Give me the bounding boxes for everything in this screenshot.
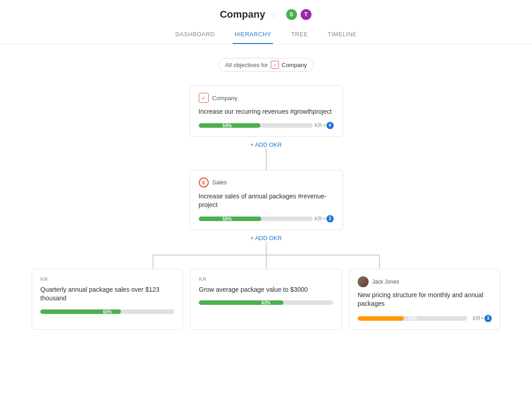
sales-kr-dropdown: ▾ (323, 216, 326, 221)
avatar-s[interactable]: S (285, 8, 298, 21)
tree-connector-branches (94, 241, 438, 269)
sales-kr-badge[interactable]: KR ▾ 3 (315, 215, 334, 222)
kr-card-1[interactable]: KR Quarterly annual package sales over $… (32, 269, 183, 330)
kr-cards-row: KR Quarterly annual package sales over $… (0, 269, 532, 330)
kr-card-2-progress-fill (199, 300, 283, 305)
avatar-t[interactable]: T (300, 8, 312, 21)
kr-card-3-progress-wrap: 42% (358, 316, 468, 321)
kr-card-3-kr-count: 3 (484, 315, 492, 322)
filter-company-label: Company (282, 62, 307, 68)
kr-card-2-title: Grow average package value to $3000 (199, 285, 333, 294)
kr-card-1-title: Quarterly annual package sales over $123… (40, 285, 174, 303)
okr-tree: ✓ Company Increase our recurring revenue… (0, 85, 532, 330)
company-add-okr-btn[interactable]: + ADD OKR (250, 141, 282, 148)
kr-card-3-progress-fill (358, 316, 404, 321)
nav-tabs: DASHBOARD HIERARCHY TREE TIMELINE (173, 27, 359, 44)
jack-jones-name: Jack Jones (372, 279, 399, 285)
kr-card-3[interactable]: Jack Jones New pricing structure for mon… (349, 269, 500, 330)
company-icon: ✓ (199, 93, 209, 103)
kr-card-3-dropdown: ▾ (481, 316, 484, 321)
sales-okr-card[interactable]: S Sales Increase sales of annual package… (189, 170, 343, 230)
jack-jones-avatar-img (358, 276, 369, 287)
filter-company-icon: ✓ (271, 61, 279, 69)
jack-jones-avatar (358, 276, 369, 287)
kr-card-3-header: Jack Jones (358, 276, 492, 287)
connector-v-1 (266, 148, 267, 170)
header-top: Company ☆ S T (220, 8, 312, 21)
sales-okr-title: Increase sales of annual packages #reven… (199, 192, 334, 210)
header: Company ☆ S T DASHBOARD HIERARCHY TREE T… (0, 0, 532, 44)
sales-card-wrap: S Sales Increase sales of annual package… (189, 170, 343, 241)
star-icon[interactable]: ☆ (270, 10, 276, 19)
sales-icon: S (199, 178, 209, 188)
kr-card-3-bottom: 42% KR ▾ 3 (358, 315, 492, 322)
main-content: All objectives for ✓ Company ✓ Company I… (0, 44, 532, 348)
company-owner-label: Company (212, 95, 238, 101)
sales-progress-row: 55% KR ▾ 3 (199, 215, 334, 222)
company-kr-count: 4 (326, 122, 334, 129)
avatar-group: S T (285, 8, 312, 21)
company-okr-title: Increase our recurring revenues #growthp… (199, 107, 334, 116)
kr-card-3-kr-badge[interactable]: KR ▾ 3 (473, 315, 492, 322)
sales-progress-bar-bg (199, 217, 313, 221)
company-progress-row: 54% KR ▾ 4 (199, 122, 334, 129)
sales-kr-count: 3 (326, 215, 334, 222)
app-title: Company (220, 9, 265, 20)
kr-card-1-progress-label: 60% (103, 309, 112, 314)
company-kr-label: KR (315, 122, 322, 129)
company-progress-wrap: 54% (199, 123, 313, 128)
filter-pill[interactable]: All objectives for ✓ Company (218, 58, 313, 72)
sales-progress-label: 55% (223, 216, 232, 221)
tab-timeline[interactable]: TIMELINE (326, 27, 359, 44)
kr-card-3-title: New pricing structure for monthly and an… (358, 291, 492, 309)
sales-progress-wrap: 55% (199, 217, 313, 221)
company-progress-bar-bg (199, 123, 313, 128)
company-kr-dropdown: ▾ (323, 123, 326, 128)
sales-kr-label: KR (315, 216, 322, 222)
tab-hierarchy[interactable]: HIERARCHY (233, 27, 273, 44)
tab-dashboard[interactable]: DASHBOARD (173, 27, 216, 44)
sales-progress-section: 55% (199, 217, 313, 221)
company-progress-section: 54% (199, 123, 313, 128)
sales-card-header: S Sales (199, 178, 334, 188)
kr-card-2[interactable]: KR Grow average package value to $3000 6… (190, 269, 341, 330)
company-okr-card[interactable]: ✓ Company Increase our recurring revenue… (189, 85, 343, 137)
tab-tree[interactable]: TREE (289, 27, 310, 44)
kr-card-2-progress-label: 63% (261, 300, 270, 305)
kr-card-1-label: KR (40, 276, 174, 282)
company-card-header: ✓ Company (199, 93, 334, 103)
kr-card-2-label: KR (199, 276, 333, 282)
filter-prefix: All objectives for (225, 62, 268, 68)
company-kr-badge[interactable]: KR ▾ 4 (315, 122, 334, 129)
sales-add-okr-btn[interactable]: + ADD OKR (250, 235, 282, 241)
sales-owner-label: Sales (212, 179, 227, 186)
kr-card-3-progress-label: 42% (408, 316, 417, 321)
kr-card-3-progress-section: 42% (358, 316, 468, 321)
kr-card-3-kr-label: KR (473, 315, 480, 322)
kr-card-2-progress-wrap: 63% (199, 300, 333, 305)
company-progress-label: 54% (223, 123, 232, 128)
company-card-wrap: ✓ Company Increase our recurring revenue… (189, 85, 343, 148)
kr-card-1-progress-wrap: 60% (40, 309, 174, 314)
